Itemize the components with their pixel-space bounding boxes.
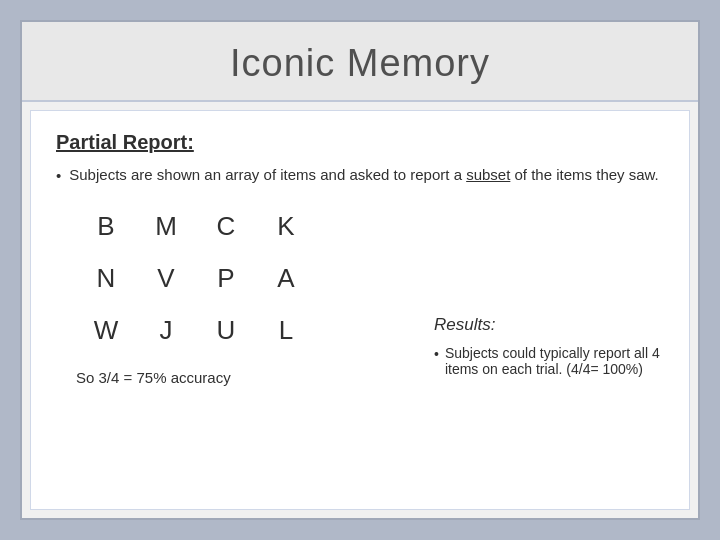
letter-N: N [76,254,136,302]
slide-container: Iconic Memory Partial Report: • Subjects… [20,20,700,520]
slide-title: Iconic Memory [52,42,668,85]
letter-B: B [76,202,136,250]
bullet-underline: subset [466,166,510,183]
letter-C: C [196,202,256,250]
letter-P: P [196,254,256,302]
letter-K: K [256,202,316,250]
results-title: Results: [434,315,664,335]
results-bullet: • Subjects could typically report all 4 … [434,345,664,377]
bullet-text: Subjects are shown an array of items and… [69,166,659,183]
results-bullet-text: Subjects could typically report all 4 it… [445,345,664,377]
left-section: B M C K N V P A W J U L So 3/4 = 75% acc… [56,202,424,489]
results-bullet-dot: • [434,346,439,362]
accuracy-label: So 3/4 = 75% accuracy [76,369,424,386]
letter-J: J [136,306,196,354]
bullet-text-after: of the items they saw. [510,166,658,183]
content-area: B M C K N V P A W J U L So 3/4 = 75% acc… [56,202,664,489]
bullet-text-before: Subjects are shown an array of items and… [69,166,466,183]
letter-L: L [256,306,316,354]
slide-body: Partial Report: • Subjects are shown an … [30,110,690,510]
letter-M: M [136,202,196,250]
letter-W: W [76,306,136,354]
right-section: Results: • Subjects could typically repo… [424,202,664,489]
letter-U: U [196,306,256,354]
letter-grid: B M C K N V P A W J U L [76,202,424,354]
slide-header: Iconic Memory [22,22,698,102]
main-bullet: • Subjects are shown an array of items a… [56,166,664,184]
letter-V: V [136,254,196,302]
bullet-dot: • [56,167,61,184]
section-title: Partial Report: [56,131,664,154]
letter-A: A [256,254,316,302]
